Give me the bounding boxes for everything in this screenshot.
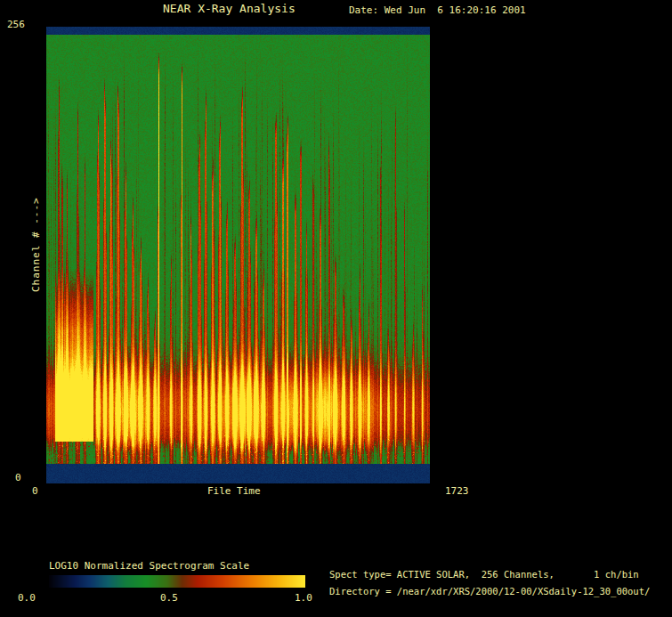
x-axis-max-tick: 1723 <box>445 485 469 497</box>
spect-type-line: Spect type= ACTIVE SOLAR, 256 Channels, … <box>329 569 639 580</box>
spectrogram-image <box>46 27 430 483</box>
date-label: Date: Wed Jun 6 16:20:16 2001 <box>349 4 526 16</box>
y-axis-min-tick: 0 <box>15 472 21 483</box>
y-axis-max-tick: 256 <box>7 19 25 30</box>
colorbar-tick-min: 0.0 <box>18 592 36 604</box>
x-axis-label: File Time <box>207 485 261 497</box>
y-axis-label: Channel # ---> <box>30 197 42 292</box>
x-axis-min-tick: 0 <box>32 485 38 497</box>
near-xray-analysis-window: NEAR X-Ray Analysis Date: Wed Jun 6 16:2… <box>0 0 672 617</box>
colorbar-tick-max: 1.0 <box>295 592 312 604</box>
page-title: NEAR X-Ray Analysis <box>163 3 296 14</box>
directory-line: Directory = /near/xdr/XRS/2000/12-00/XSd… <box>329 586 650 597</box>
colorbar-tick-mid: 0.5 <box>160 592 178 604</box>
colorbar-title: LOG10 Normalized Spectrogram Scale <box>49 560 249 572</box>
colorbar-gradient <box>49 575 305 588</box>
